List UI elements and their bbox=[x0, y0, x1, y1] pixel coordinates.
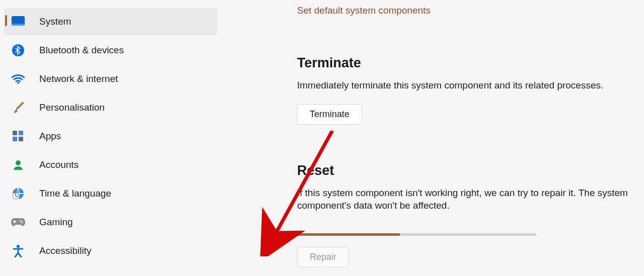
sidebar-item-bluetooth[interactable]: Bluetooth & devices bbox=[4, 37, 218, 64]
apps-icon bbox=[11, 129, 25, 143]
svg-point-11 bbox=[20, 220, 22, 222]
time-language-icon bbox=[11, 187, 25, 201]
sidebar-item-label: System bbox=[39, 16, 71, 27]
system-icon bbox=[11, 15, 25, 29]
sidebar-item-label: Bluetooth & devices bbox=[39, 45, 124, 56]
sidebar-item-label: Apps bbox=[39, 131, 61, 142]
gaming-icon bbox=[11, 215, 25, 229]
sidebar-item-label: Accounts bbox=[39, 159, 79, 170]
paintbrush-icon bbox=[11, 101, 25, 115]
sidebar-item-gaming[interactable]: Gaming bbox=[4, 209, 218, 236]
svg-point-13 bbox=[17, 245, 20, 248]
repair-progress-bar bbox=[297, 233, 536, 236]
svg-point-12 bbox=[22, 222, 23, 223]
svg-rect-5 bbox=[19, 131, 23, 135]
sidebar-item-label: Time & language bbox=[39, 188, 111, 199]
sidebar-item-system[interactable]: System bbox=[4, 8, 218, 35]
terminate-heading: Terminate bbox=[297, 55, 639, 71]
settings-sidebar: System Bluetooth & devices Network & int… bbox=[0, 0, 222, 276]
accounts-icon bbox=[11, 158, 25, 172]
sidebar-item-label: Accessibility bbox=[39, 245, 91, 256]
wifi-icon bbox=[11, 72, 25, 86]
svg-rect-7 bbox=[19, 137, 23, 141]
reset-description: If this system component isn't working r… bbox=[297, 187, 629, 212]
sidebar-item-apps[interactable]: Apps bbox=[4, 123, 218, 150]
repair-progress-fill bbox=[297, 233, 400, 236]
reset-heading: Reset bbox=[297, 163, 639, 178]
svg-rect-4 bbox=[13, 131, 17, 135]
svg-line-14 bbox=[272, 131, 332, 240]
svg-rect-1 bbox=[12, 24, 25, 26]
sidebar-item-personalisation[interactable]: Personalisation bbox=[4, 94, 218, 121]
svg-point-8 bbox=[16, 160, 21, 165]
sidebar-item-network[interactable]: Network & internet bbox=[4, 65, 218, 93]
sidebar-item-accessibility[interactable]: Accessibility bbox=[4, 237, 218, 264]
svg-point-3 bbox=[17, 82, 19, 84]
sidebar-active-indicator bbox=[5, 15, 7, 26]
set-default-link[interactable]: Set default system components bbox=[297, 5, 639, 16]
bluetooth-icon bbox=[11, 43, 25, 57]
sidebar-item-accounts[interactable]: Accounts bbox=[4, 151, 218, 178]
sidebar-item-label: Network & internet bbox=[39, 73, 118, 84]
svg-rect-6 bbox=[13, 137, 17, 141]
sidebar-item-time-language[interactable]: Time & language bbox=[4, 180, 218, 207]
repair-button: Repair bbox=[297, 247, 349, 267]
sidebar-item-label: Personalisation bbox=[39, 102, 105, 113]
sidebar-item-label: Gaming bbox=[39, 217, 73, 228]
accessibility-icon bbox=[11, 244, 25, 258]
terminate-description: Immediately terminate this system compon… bbox=[297, 79, 629, 92]
terminate-button[interactable]: Terminate bbox=[297, 104, 362, 125]
main-content: Set default system components Terminate … bbox=[222, 0, 644, 276]
